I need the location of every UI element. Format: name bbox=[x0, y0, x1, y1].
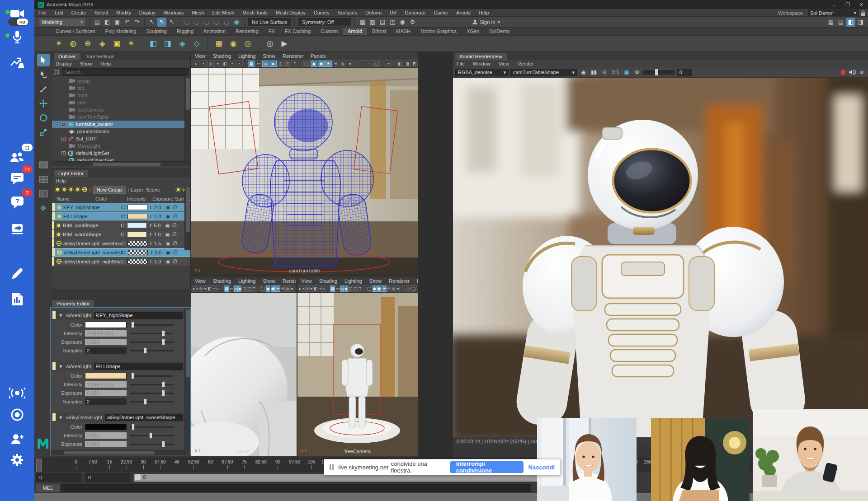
property-slider[interactable] bbox=[130, 432, 174, 439]
settings-button[interactable] bbox=[0, 450, 34, 470]
node-name-field[interactable]: KEY_highShape bbox=[94, 312, 183, 319]
greasepencil-icon[interactable]: ▱ bbox=[385, 61, 392, 67]
all-lights-icon[interactable]: ☀ bbox=[275, 286, 280, 292]
field-chart-icon[interactable]: ◫ bbox=[277, 61, 284, 67]
disable-light-icon[interactable]: ∅ bbox=[172, 222, 176, 229]
create-point-light-icon[interactable] bbox=[55, 187, 60, 192]
motion-blur-icon[interactable]: ● bbox=[396, 286, 400, 292]
color-swatch[interactable] bbox=[85, 424, 127, 430]
motion-blur-icon[interactable]: ● bbox=[347, 61, 354, 67]
light-color-swatch[interactable] bbox=[127, 214, 147, 219]
tab-tool-settings[interactable]: Tool Settings bbox=[81, 53, 119, 60]
shadows-icon[interactable]: ※ bbox=[387, 286, 392, 292]
resolution-gate-icon[interactable]: ◘ bbox=[340, 286, 344, 292]
webcam-participant-2[interactable] bbox=[651, 418, 750, 501]
collapse-arrow-icon[interactable]: ▼ bbox=[58, 364, 63, 369]
resolution-gate-icon[interactable]: ◘ bbox=[234, 286, 237, 292]
help-button[interactable]: 7 ? bbox=[0, 192, 34, 212]
outliner-vscrollbar[interactable] bbox=[184, 77, 190, 161]
lasso-tool[interactable] bbox=[37, 68, 50, 81]
safe-title-icon[interactable]: T bbox=[359, 286, 362, 292]
invite-button[interactable] bbox=[0, 429, 34, 449]
arnold-mesh-icon[interactable]: ◇ bbox=[190, 37, 203, 50]
bookmark-icon[interactable]: ▾ bbox=[204, 286, 207, 292]
property-slider[interactable] bbox=[130, 347, 174, 354]
create-area-light-icon[interactable]: ☀ bbox=[52, 37, 65, 50]
menu-help[interactable]: Help bbox=[475, 9, 493, 17]
light-color-swatch[interactable] bbox=[127, 241, 147, 246]
safe-action-icon[interactable]: ◰ bbox=[284, 61, 291, 67]
abort-render-icon[interactable] bbox=[841, 70, 845, 75]
outliner-menu-show[interactable]: Show bbox=[76, 61, 96, 66]
soft-edge-icon[interactable]: ◉ bbox=[166, 249, 170, 256]
light-row-rim-coolshape[interactable]: RIM_coolShapeC:I: 5.0◉∅ bbox=[52, 221, 190, 229]
attribute-editor-dock-icon[interactable]: ▤ bbox=[836, 18, 845, 27]
hypershade-icon[interactable]: ◉ bbox=[398, 18, 407, 27]
menu-uv[interactable]: UV bbox=[386, 9, 401, 17]
light-row-key-highshape[interactable]: KEY_highShapeC:I: 2.0◉∅ bbox=[52, 203, 190, 211]
snap-view-plane-icon[interactable]: ◡ bbox=[222, 18, 231, 27]
property-slider[interactable] bbox=[130, 339, 174, 345]
grid-icon[interactable]: ▦ bbox=[330, 286, 335, 292]
tab-light-editor[interactable]: Light Editor bbox=[54, 170, 88, 177]
create-curve-collector-icon[interactable]: ◈ bbox=[176, 37, 189, 50]
lock-camera-icon[interactable]: ▪ bbox=[196, 286, 198, 292]
stop-sharing-button[interactable]: Interrompi condivisione bbox=[450, 461, 524, 473]
node-name-field[interactable]: aiSkyDomeLight_sunsetShape bbox=[105, 414, 183, 421]
light-color-swatch[interactable] bbox=[128, 250, 148, 255]
renderview-menu-render[interactable]: Render bbox=[514, 61, 538, 66]
light-color-swatch[interactable] bbox=[127, 232, 147, 237]
menu-windows[interactable]: Windows bbox=[160, 9, 188, 17]
film-gate-icon[interactable]: ▭ bbox=[335, 286, 340, 292]
mel-button[interactable]: MEL bbox=[36, 484, 60, 492]
snap-curve-icon[interactable]: ◡ bbox=[192, 18, 201, 27]
select-camera-icon[interactable]: ▸ bbox=[299, 286, 302, 292]
outliner-item-defaultlightset[interactable]: +defaultLightSet bbox=[52, 150, 190, 157]
light-editor-icon[interactable]: ⚙ bbox=[408, 18, 417, 27]
outliner-item-movelight[interactable]: MoveLight bbox=[52, 142, 190, 150]
create-spot-light-icon[interactable] bbox=[61, 187, 67, 192]
workspace-lock-icon[interactable] bbox=[861, 10, 865, 16]
viewport-menu-renderer[interactable]: Renderer bbox=[279, 53, 307, 59]
safe-title-icon[interactable]: T bbox=[252, 286, 256, 292]
outliner-item-sol-grp[interactable]: +Sol_GRP bbox=[52, 135, 190, 142]
outliner-item-defaultobjectset[interactable]: defaultObjectSet bbox=[52, 157, 190, 161]
channel-box-dock-icon[interactable]: ◨ bbox=[856, 18, 865, 27]
menu-mesh-display[interactable]: Mesh Display bbox=[272, 9, 310, 17]
oversampling-icon[interactable]: × bbox=[322, 286, 326, 292]
xray-icon[interactable]: ◌ bbox=[359, 61, 365, 67]
live-surface-field[interactable]: No Live Surface bbox=[248, 18, 291, 26]
zoom-1to1-button[interactable]: 1:1 bbox=[610, 68, 621, 76]
property-slider[interactable] bbox=[130, 441, 174, 447]
viewport-menu-show[interactable]: Show bbox=[259, 278, 279, 284]
menu-select[interactable]: Select bbox=[90, 9, 113, 17]
filter-icon[interactable] bbox=[54, 69, 60, 75]
playback-start-field[interactable] bbox=[36, 473, 81, 482]
modeling-toolkit-dock-icon[interactable]: ▦ bbox=[826, 18, 835, 27]
disable-light-icon[interactable]: ∅ bbox=[172, 204, 177, 211]
bookmark-icon[interactable]: ▾ bbox=[310, 286, 313, 292]
shelf-tab-poly-modeling[interactable]: Poly Modeling bbox=[100, 28, 141, 35]
value-field[interactable]: 2 bbox=[85, 347, 127, 354]
ipr-render-icon[interactable]: ▥ bbox=[368, 18, 377, 27]
light-color-swatch[interactable] bbox=[127, 259, 147, 264]
light-row-aiskydomelight-nightshape[interactable]: aiSkyDomeLight_nightShapeC:I: 1.0◉∅ bbox=[52, 257, 190, 266]
shelf-tab-mash[interactable]: MASH bbox=[391, 28, 415, 35]
viewport-persp[interactable]: ViewShadingLightingShowRendererPanels ▸▪… bbox=[191, 277, 296, 456]
light-color-swatch[interactable] bbox=[127, 223, 147, 228]
expand-toggle[interactable]: + bbox=[61, 137, 66, 141]
renderview-menu-window[interactable]: Window bbox=[469, 61, 494, 66]
viewport-menu-view[interactable]: View bbox=[191, 278, 209, 284]
animation-start-field[interactable] bbox=[85, 473, 130, 482]
textured-icon[interactable]: ◉ bbox=[377, 286, 382, 292]
shelf-tab-rigging[interactable]: Rigging bbox=[172, 28, 198, 35]
outliner-menu-display[interactable]: Display bbox=[52, 61, 75, 66]
shelf-tab-animation[interactable]: Animation bbox=[198, 28, 231, 35]
soft-edge-icon[interactable]: ◉ bbox=[165, 213, 170, 220]
create-skydome-light-icon[interactable]: ◍ bbox=[67, 37, 80, 50]
shelf-tab-fx-caching[interactable]: FX Caching bbox=[280, 28, 316, 35]
outliner-item-top[interactable]: top bbox=[52, 84, 190, 92]
share-window-button[interactable] bbox=[0, 220, 34, 239]
undo-icon[interactable]: ↶ bbox=[123, 18, 132, 27]
pan-zoom-icon[interactable]: + bbox=[229, 61, 236, 67]
